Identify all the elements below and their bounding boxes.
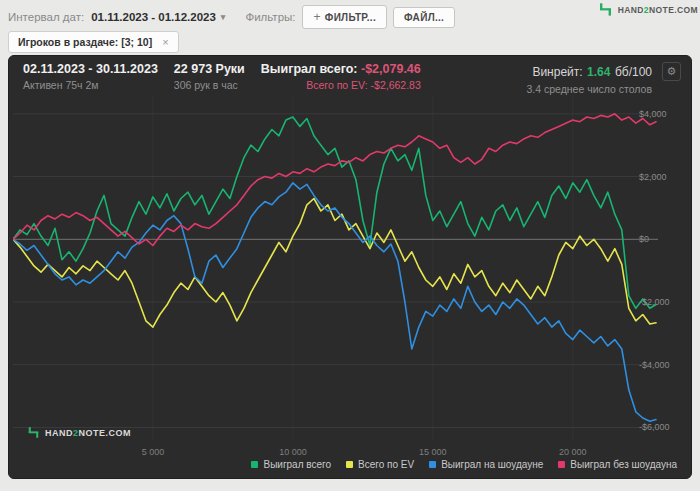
stat-winrate: Винрейт: 1.64 бб/100 3.4 среднее число с… [526, 62, 652, 95]
filters-label: Фильтры: [245, 11, 295, 23]
filter-tag-label: Игроков в раздаче: [3; 10] [18, 36, 152, 48]
legend-swatch [251, 461, 258, 468]
filter-tag-players-in-hand: Игроков в раздаче: [3; 10] × [8, 31, 179, 53]
winrate-line: Винрейт: 1.64 бб/100 [526, 62, 652, 80]
series-line-3 [13, 114, 656, 246]
legend-item-0[interactable]: Выиграл всего [251, 459, 331, 470]
x-axis-tick: 20 000 [551, 447, 595, 457]
legend-label: Всего по EV [358, 459, 414, 470]
legend-item-3[interactable]: Выиграл без шоудауна [558, 459, 677, 470]
legend-label: Выиграл без шоудауна [570, 459, 677, 470]
hand2note-logo-icon [598, 2, 613, 17]
legend-label: Выиграл всего [263, 459, 331, 470]
watermark-text: HAND2NOTE.COM [45, 428, 131, 438]
chart-watermark: HAND2NOTE.COM [27, 426, 131, 439]
x-axis-tick: 15 000 [411, 447, 455, 457]
file-button-label: ФАЙЛ... [404, 12, 444, 23]
hand2note-watermark-icon [27, 426, 40, 439]
legend-item-2[interactable]: Выиграл на шоудауне [429, 459, 543, 470]
series-line-0 [13, 117, 656, 308]
y-axis-tick: $0 [639, 234, 687, 244]
y-axis-tick: -$4,000 [639, 360, 687, 370]
chart-legend: Выиграл всегоВсего по EVВыиграл на шоуда… [251, 459, 677, 470]
y-axis-tick: $4,000 [639, 109, 687, 119]
stat-date-range: 02.11.2023 - 30.11.2023 Активен 75ч 2м [23, 62, 158, 91]
chevron-down-icon: ▾ [221, 12, 226, 22]
hand2note-logo[interactable]: HAND2NOTE.COM [598, 2, 698, 17]
add-filter-button[interactable]: + ФИЛЬТР... [302, 5, 387, 29]
stat-ev-line: Всего по EV: -$2,662.83 [261, 79, 421, 91]
active-filters-row: Игроков в раздаче: [3; 10] × [8, 31, 179, 53]
x-axis-tick: 10 000 [271, 447, 315, 457]
toolbar: Интервал дат: 01.11.2023 - 01.12.2023 ▾ … [8, 6, 692, 28]
y-axis-tick: -$6,000 [639, 422, 687, 432]
stat-active-time: Активен 75ч 2м [23, 79, 158, 91]
avg-tables: 3.4 среднее число столов [526, 83, 652, 95]
date-range-picker[interactable]: 01.11.2023 - 01.12.2023 ▾ [91, 11, 225, 23]
stat-winnings: Выиграл всего: -$2,079.46 Всего по EV: -… [261, 62, 421, 91]
report-panel: 02.11.2023 - 30.11.2023 Активен 75ч 2м 2… [8, 55, 692, 479]
legend-label: Выиграл на шоудауне [441, 459, 543, 470]
stat-date-range-value: 02.11.2023 - 30.11.2023 [23, 62, 158, 76]
legend-item-1[interactable]: Всего по EV [346, 459, 414, 470]
winnings-chart[interactable] [13, 95, 658, 440]
file-button[interactable]: ФАЙЛ... [393, 7, 455, 28]
date-range-value: 01.11.2023 - 01.12.2023 [91, 11, 216, 23]
plus-icon: + [313, 10, 320, 24]
y-axis-tick: -$2,000 [639, 297, 687, 307]
y-axis-tick: $2,000 [639, 172, 687, 182]
date-interval-label: Интервал дат: [8, 11, 84, 23]
stat-hands-rate: 306 рук в час [174, 79, 245, 91]
legend-swatch [346, 461, 353, 468]
x-axis-tick: 5 000 [131, 447, 175, 457]
stat-winnings-value: Выиграл всего: -$2,079.46 [261, 62, 421, 76]
add-filter-button-label: ФИЛЬТР... [325, 12, 376, 23]
stat-hands-value: 22 973 Руки [174, 62, 245, 76]
stat-hands: 22 973 Руки 306 рук в час [174, 62, 245, 91]
stats-header: 02.11.2023 - 30.11.2023 Активен 75ч 2м 2… [23, 62, 681, 95]
close-icon[interactable]: × [162, 36, 168, 48]
legend-swatch [558, 461, 565, 468]
gear-icon[interactable]: ⚙ [662, 62, 681, 81]
app-root: Интервал дат: 01.11.2023 - 01.12.2023 ▾ … [0, 0, 700, 491]
hand2note-logo-text: HAND2NOTE.COM [618, 5, 698, 15]
legend-swatch [429, 461, 436, 468]
